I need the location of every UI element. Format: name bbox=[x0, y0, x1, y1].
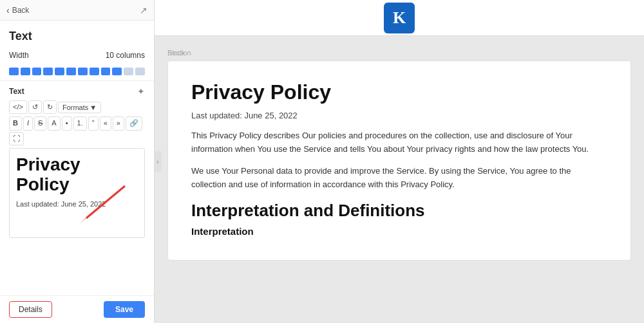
back-label: Back bbox=[12, 6, 30, 15]
width-label: Width bbox=[9, 51, 29, 60]
content-date: Last updated: June 25, 2022 bbox=[191, 111, 607, 120]
width-row: Width 10 columns bbox=[0, 48, 154, 65]
logo-k-icon: K bbox=[393, 10, 406, 26]
col-block-10[interactable] bbox=[112, 68, 122, 75]
back-button[interactable]: ‹ Back bbox=[6, 5, 29, 15]
col-block-2[interactable] bbox=[21, 68, 30, 75]
code-button[interactable]: </> bbox=[9, 100, 27, 114]
col-block-11[interactable] bbox=[124, 68, 133, 75]
col-block-5[interactable] bbox=[55, 68, 64, 75]
col-block-6[interactable] bbox=[66, 68, 76, 75]
width-value: 10 columns bbox=[106, 51, 145, 60]
content-para2: We use Your Personal data to provide and… bbox=[191, 165, 607, 192]
logo-box: K bbox=[384, 3, 415, 33]
magic-wand-icon[interactable]: ✦ bbox=[137, 86, 145, 97]
panel-footer: Details Save bbox=[0, 295, 154, 323]
blockquote-button[interactable]: " bbox=[88, 116, 99, 130]
left-panel: ‹ Back ↗ Text Width 10 columns Text ✦ </… bbox=[0, 0, 155, 323]
content-para1: This Privacy Policy describes Our polici… bbox=[191, 129, 607, 156]
col-block-3[interactable] bbox=[32, 68, 42, 75]
svg-marker-1 bbox=[80, 213, 91, 223]
canvas-area: K Section Block Privacy Policy Last upda… bbox=[155, 0, 644, 323]
col-block-8[interactable] bbox=[90, 68, 99, 75]
toolbar-row-2: B I S A • 1. " « » 🔗 ⛶ bbox=[9, 116, 145, 145]
redo-button[interactable]: ↻ bbox=[43, 100, 57, 114]
content-heading1: Privacy Policy bbox=[191, 80, 607, 104]
block-label: Block bbox=[167, 49, 185, 57]
color-button[interactable]: A bbox=[48, 116, 60, 130]
preview-date: Last updated: June 25, 2022 bbox=[16, 200, 138, 208]
fullscreen-button[interactable]: ⛶ bbox=[9, 132, 24, 145]
preview-heading: Privacy Policy bbox=[16, 155, 138, 195]
details-button[interactable]: Details bbox=[9, 301, 52, 318]
external-link-icon[interactable]: ↗ bbox=[140, 5, 147, 15]
strikethrough-button[interactable]: S bbox=[34, 116, 46, 130]
bold-button[interactable]: B bbox=[9, 116, 22, 130]
save-button[interactable]: Save bbox=[104, 301, 145, 318]
col-block-7[interactable] bbox=[78, 68, 88, 75]
link-button[interactable]: 🔗 bbox=[126, 116, 142, 130]
top-bar: ‹ Back ↗ bbox=[0, 0, 154, 21]
col-block-12[interactable] bbox=[135, 68, 145, 75]
italic-button[interactable]: I bbox=[23, 116, 33, 130]
col-block-9[interactable] bbox=[101, 68, 111, 75]
text-section: Text ✦ </> ↺ ↻ Formats ▼ B I S A • 1. " … bbox=[0, 80, 154, 241]
toolbar-row-1: </> ↺ ↻ Formats ▼ bbox=[9, 100, 145, 114]
bullet-list-button[interactable]: • bbox=[62, 116, 72, 130]
indent-more-button[interactable]: » bbox=[113, 116, 124, 130]
column-blocks[interactable] bbox=[0, 65, 154, 80]
text-section-header: Text ✦ bbox=[9, 86, 145, 97]
formats-chevron: ▼ bbox=[90, 104, 97, 111]
canvas-top-bar: K bbox=[155, 0, 644, 36]
numbered-list-button[interactable]: 1. bbox=[73, 116, 87, 130]
col-block-1[interactable] bbox=[9, 68, 19, 75]
formats-label: Formats bbox=[62, 104, 88, 111]
col-block-4[interactable] bbox=[43, 68, 53, 75]
block-container: Privacy Policy Last updated: June 25, 20… bbox=[167, 60, 631, 261]
content-heading3: Interpretation bbox=[191, 226, 607, 237]
content-heading2: Interpretation and Definitions bbox=[191, 201, 607, 221]
editor-preview[interactable]: Privacy Policy Last updated: June 25, 20… bbox=[9, 148, 145, 238]
panel-title: Text bbox=[0, 21, 154, 48]
text-section-label: Text bbox=[9, 87, 24, 96]
indent-less-button[interactable]: « bbox=[100, 116, 111, 130]
canvas-content: Section Block Privacy Policy Last update… bbox=[155, 36, 644, 273]
section-label: Section bbox=[167, 49, 631, 57]
undo-button[interactable]: ↺ bbox=[28, 100, 42, 114]
back-arrow-icon: ‹ bbox=[6, 5, 10, 15]
formats-button[interactable]: Formats ▼ bbox=[58, 102, 101, 113]
collapse-handle[interactable]: ‹ bbox=[154, 151, 162, 172]
